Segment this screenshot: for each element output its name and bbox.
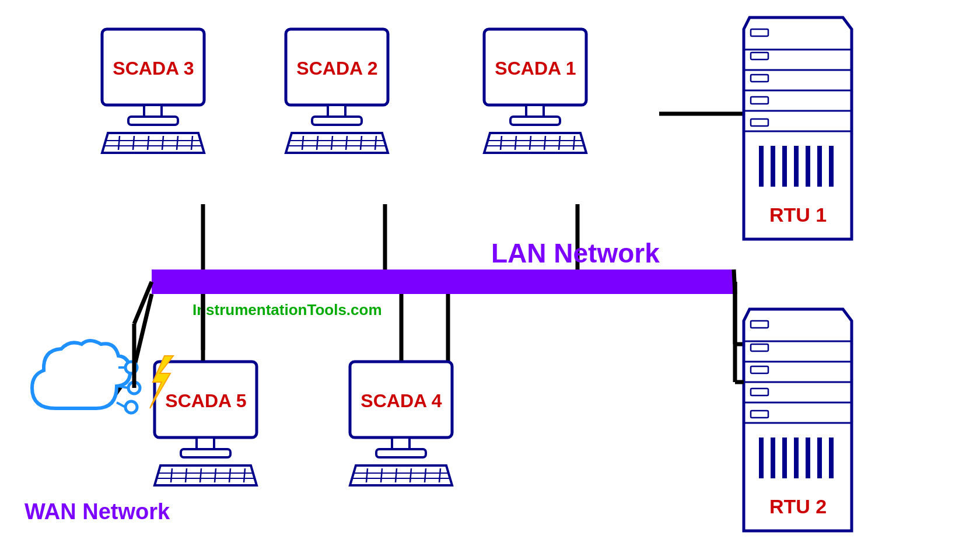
svg-rect-85 bbox=[751, 366, 768, 373]
svg-rect-67 bbox=[751, 75, 768, 82]
svg-rect-65 bbox=[751, 29, 768, 36]
wan-cloud bbox=[32, 341, 140, 413]
scada3-computer: SCADA 3 bbox=[102, 29, 204, 153]
lan-bus-bar bbox=[152, 270, 735, 294]
svg-rect-86 bbox=[751, 388, 768, 396]
scada1-computer: SCADA 1 bbox=[484, 29, 586, 153]
svg-rect-68 bbox=[751, 97, 768, 104]
svg-rect-38 bbox=[376, 449, 426, 457]
scada5-computer: SCADA 5 bbox=[155, 362, 257, 485]
rtu1-device: RTU 1 bbox=[744, 18, 852, 239]
svg-line-101 bbox=[117, 402, 125, 407]
svg-rect-83 bbox=[751, 321, 768, 328]
svg-rect-2 bbox=[128, 117, 178, 125]
svg-rect-84 bbox=[751, 344, 768, 351]
svg-rect-69 bbox=[751, 119, 768, 126]
svg-text:SCADA 4: SCADA 4 bbox=[360, 390, 442, 411]
svg-rect-26 bbox=[510, 117, 560, 125]
diagram-container: SCADA 3 SCADA 2 bbox=[0, 0, 980, 560]
wan-network-label: WAN Network bbox=[24, 499, 170, 524]
svg-rect-66 bbox=[751, 52, 768, 60]
scada4-computer: SCADA 4 bbox=[350, 362, 452, 485]
svg-point-98 bbox=[125, 401, 137, 413]
svg-text:SCADA 3: SCADA 3 bbox=[113, 58, 194, 79]
svg-rect-50 bbox=[181, 449, 230, 457]
svg-text:RTU 2: RTU 2 bbox=[769, 495, 827, 517]
network-diagram-svg: SCADA 3 SCADA 2 bbox=[0, 0, 980, 560]
svg-text:SCADA 2: SCADA 2 bbox=[296, 58, 377, 79]
scada2-computer: SCADA 2 bbox=[286, 29, 388, 153]
instrumentation-label: InstrumentationTools.com bbox=[192, 301, 382, 318]
svg-rect-14 bbox=[312, 117, 362, 125]
svg-rect-87 bbox=[751, 411, 768, 418]
svg-text:RTU 1: RTU 1 bbox=[769, 204, 827, 226]
svg-text:SCADA 1: SCADA 1 bbox=[495, 58, 576, 79]
lan-network-label: LAN Network bbox=[491, 238, 660, 268]
svg-text:SCADA 5: SCADA 5 bbox=[165, 390, 246, 411]
rtu2-device: RTU 2 bbox=[744, 309, 852, 531]
